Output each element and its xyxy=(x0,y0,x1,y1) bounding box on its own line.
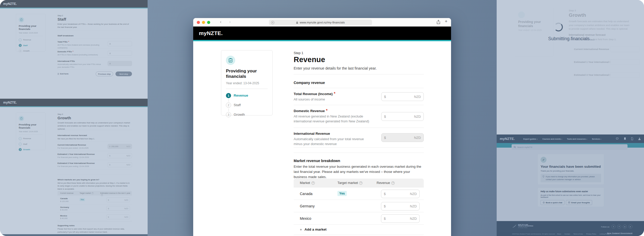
page-subtitle: Enter your revenue details for the last … xyxy=(294,66,424,71)
mexico-estimate-input[interactable]: $ NZD xyxy=(106,215,130,219)
revenue-form-column: Step 1 Revenue Enter your revenue detail… xyxy=(294,41,424,236)
nzte-fern-logo xyxy=(512,224,517,228)
footer-link-about[interactable]: About xyxy=(557,233,561,235)
col-market: Market? xyxy=(300,181,315,185)
table-header: Market? Target market? Revenue? xyxy=(294,179,424,188)
page-subtitle: Enter your breakdown of FTEs – those wor… xyxy=(57,22,132,29)
check-icon: ✓ xyxy=(19,137,22,140)
section-heading: Staff breakdown xyxy=(57,34,73,37)
total-revenue-input[interactable]: $ NZD xyxy=(381,92,424,101)
year-ended: Year ended: 13-04-2025 xyxy=(19,130,43,132)
nz-government-logo: New Zealand Government xyxy=(607,232,632,235)
document-icon[interactable] xyxy=(631,137,633,140)
currency-code: NZD xyxy=(124,207,128,210)
step-revenue[interactable]: 1 Revenue xyxy=(226,93,268,98)
footer-link-privacy[interactable]: Privacy Policy xyxy=(586,233,596,235)
help-icon[interactable]: ? xyxy=(391,181,395,185)
zoom-window-button[interactable] xyxy=(207,21,210,24)
germany-estimate-input[interactable]: $ NZD xyxy=(106,206,130,211)
col-target-market: Target market? xyxy=(337,181,362,185)
currency-code: NZD xyxy=(126,145,130,148)
currency-code: NZD xyxy=(410,204,417,208)
footer-link-terms[interactable]: Terms of Use xyxy=(573,233,583,235)
fte-fields: Total FTEs * All FTEs in New Zealand and… xyxy=(57,39,132,70)
nav-courses-events[interactable]: Courses and events∨ xyxy=(543,138,562,140)
org-line3: Te Taurapa Tūhono xyxy=(518,227,533,228)
user-icon[interactable] xyxy=(638,137,641,140)
person-icon xyxy=(109,52,111,54)
col-target-market: Target market? xyxy=(80,192,94,194)
linkedin-icon[interactable]: in xyxy=(623,225,627,229)
step-growth[interactable]: 3 Growth xyxy=(19,148,43,151)
step-revenue[interactable]: ✓ Revenue xyxy=(19,137,43,140)
step-growth[interactable]: 3 Growth xyxy=(226,112,268,117)
step-staff[interactable]: ✓ Staff xyxy=(19,142,43,145)
share-icon[interactable] xyxy=(437,20,440,24)
canada-estimate-input[interactable]: $ NZD xyxy=(106,198,130,202)
address-bar[interactable]: + www.mynzte.govt.nz/my-financials xyxy=(269,20,372,25)
new-tab-icon[interactable]: + xyxy=(445,19,447,24)
market-current-amount: $ 40,000 xyxy=(60,208,69,211)
chat-icon[interactable] xyxy=(616,137,619,140)
twitter-icon[interactable]: t xyxy=(612,225,615,229)
divider xyxy=(57,174,132,174)
progress-card-title: Providing your financials xyxy=(226,68,268,79)
bookmark-icon[interactable] xyxy=(624,137,626,140)
target-market-badge: Yes xyxy=(337,191,347,196)
facebook-icon[interactable]: f xyxy=(617,225,621,229)
footer-link-contact[interactable]: Contact xyxy=(564,233,570,235)
exit-icon xyxy=(57,73,59,75)
estimate-3yr-input[interactable]: $ NZD xyxy=(108,162,132,167)
field-label: Domestic Revenue xyxy=(294,109,325,113)
reader-view-icon[interactable]: + xyxy=(271,21,274,24)
currency-symbol: $ xyxy=(384,115,414,119)
step-label: Growth xyxy=(23,148,30,151)
step-growth[interactable]: 3 Growth xyxy=(19,49,43,52)
col-label: Target market xyxy=(337,181,358,185)
org-line2: TRADE & ENTERPRISE xyxy=(518,225,533,227)
book-chat-button[interactable]: Book a quick chat xyxy=(541,200,565,205)
field-label: Total Revenue (Income) xyxy=(294,92,333,96)
check-icon: ✓ xyxy=(19,142,22,145)
step-staff[interactable]: 2 Staff xyxy=(226,103,268,108)
step-staff[interactable]: 2 Staff xyxy=(19,44,43,47)
field-row-domestic-ftes: Domestic FTEs * All FTEs in New Zealand … xyxy=(57,48,132,58)
canada-revenue-input[interactable]: $ NZD xyxy=(381,190,420,198)
forward-icon[interactable]: › xyxy=(229,20,231,24)
col-label: Market xyxy=(300,181,310,185)
step-revenue[interactable]: ✓ Revenue xyxy=(19,38,43,41)
add-market-label: Add a market xyxy=(304,227,327,231)
minimize-window-button[interactable] xyxy=(202,21,205,24)
domestic-revenue-input[interactable]: $ NZD xyxy=(381,112,424,121)
previous-step-button[interactable]: Previous step xyxy=(96,72,113,76)
field-row-3yr-estimate: Estimated 3 Year International Revenue F… xyxy=(57,160,132,169)
close-window-button[interactable] xyxy=(197,21,200,24)
help-icon[interactable]: ? xyxy=(92,192,94,194)
search-input[interactable]: Search myNZTE xyxy=(512,144,628,150)
help-icon[interactable]: ? xyxy=(359,181,362,185)
field-row-current-international: Current International Revenue For financ… xyxy=(57,142,132,151)
exit-form-link[interactable]: Exit form xyxy=(57,73,69,75)
nav-export-guides[interactable]: Export guides∨ xyxy=(523,138,538,140)
add-market-row[interactable]: + Add a market xyxy=(294,225,424,235)
nav-services[interactable]: Services∨ xyxy=(592,138,601,140)
mexico-revenue-input[interactable]: $ NZD xyxy=(381,214,420,223)
youtube-icon[interactable]: ▸ xyxy=(629,225,632,229)
help-icon[interactable]: ? xyxy=(311,181,315,185)
ghost-field-1: Current International Revenue xyxy=(574,48,609,50)
total-ftes-input[interactable] xyxy=(108,41,132,46)
currency-symbol: $ xyxy=(384,217,410,221)
site-header: myNZTE. xyxy=(193,27,451,40)
next-step-button[interactable]: Next step xyxy=(115,72,132,76)
estimate-1yr-input[interactable]: $ NZD xyxy=(108,153,132,158)
domestic-ftes-input[interactable] xyxy=(108,51,132,56)
field-label: Total FTEs xyxy=(57,41,67,43)
market-name: Canada xyxy=(60,197,69,200)
email-thoughts-button[interactable]: Email your thoughts xyxy=(566,200,592,205)
nav-tools-resources[interactable]: Tools and resources∨ xyxy=(567,138,587,140)
step-connector xyxy=(20,140,20,142)
clipboard-icon xyxy=(19,116,24,121)
back-icon[interactable]: ‹ xyxy=(220,20,221,24)
divider xyxy=(19,134,43,135)
germany-revenue-input[interactable]: $ NZD xyxy=(381,202,420,210)
